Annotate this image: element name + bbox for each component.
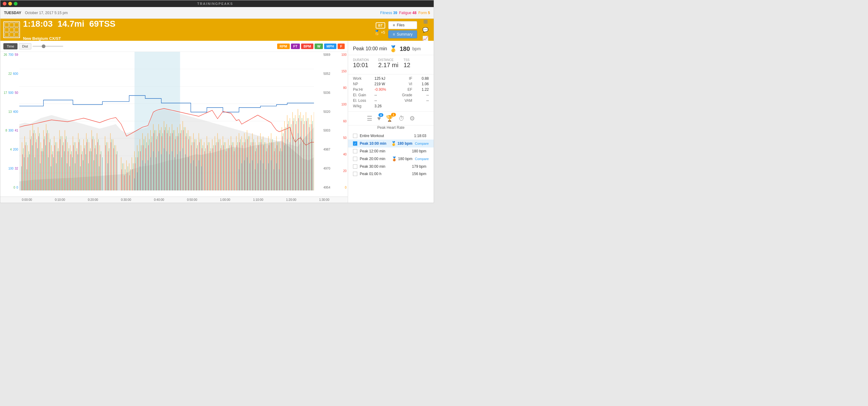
if-value: 0.88 <box>413 76 429 81</box>
vam-value: -- <box>413 98 429 103</box>
heart-icon-button[interactable]: ♥ 4 <box>377 115 381 122</box>
peak-item-value: 179 bpm <box>412 164 426 169</box>
activity-bar: 1:18:03 14.7mi 69TSS BT 🥇 ×5 New Belgium… <box>0 19 434 41</box>
vi-label: VI <box>400 82 412 86</box>
summary-button[interactable]: ≡ Summary <box>388 30 417 38</box>
peak-item-name: Entire Workout <box>360 134 414 138</box>
peak-title: Peak 10:00 min <box>353 46 387 52</box>
header: TUESDAY October 17, 2017 5:15 pm Fitness… <box>0 7 434 19</box>
peak-list-item[interactable]: Entire Workout 1:18:03 <box>348 132 434 139</box>
y-axis-left: 26 700 59 22 600 17 500 50 13 <box>0 52 19 191</box>
peak-medal-icon: 🥇 <box>390 45 397 53</box>
chart-legend: RPM FT BPM W MPH F <box>277 43 345 49</box>
legend-bpm[interactable]: BPM <box>301 43 313 49</box>
action-buttons: ≡ Files ≡ Summary <box>388 21 417 38</box>
files-button[interactable]: ≡ Files <box>388 21 417 29</box>
peak-list-item[interactable]: Peak 20:00 min 🥉 180 bpm Compare <box>348 155 434 163</box>
close-button[interactable] <box>3 2 6 5</box>
peak-list-item[interactable]: Peak 30:00 min 179 bpm <box>348 163 434 170</box>
work-label: Work <box>353 76 374 81</box>
legend-mph[interactable]: MPH <box>324 43 336 49</box>
pwhr-label: Pw:Hr <box>353 88 374 92</box>
trophy-icon-button[interactable]: 🏆 1 <box>386 115 394 122</box>
peak-item-medal-icon: 🥇 <box>391 141 396 146</box>
day-label: TUESDAY <box>4 11 21 15</box>
clock-icon-button[interactable]: ⏱ <box>398 115 405 122</box>
compare-button[interactable]: Compare <box>415 157 429 161</box>
wkg-value: 3.26 <box>374 104 429 108</box>
zoom-slider[interactable] <box>33 43 63 49</box>
list-icon: ☰ <box>367 115 372 122</box>
activity-name: New Belgium CX/ST <box>23 36 385 41</box>
settings-icon-button[interactable]: ⚙ <box>409 115 415 122</box>
peak-item-name: Peak 30:00 min <box>360 164 412 169</box>
peak-heart-rate-label: Peak Heart Rate <box>348 126 434 131</box>
title-bar: TRAININGPEAKS <box>0 0 434 7</box>
ef-value: 1.22 <box>413 88 429 92</box>
legend-rpm[interactable]: RPM <box>277 43 289 49</box>
action-icons-row: ☰ ♥ 4 🏆 1 ⏱ ⚙ <box>348 112 434 126</box>
peak-item-name: Peak 10:00 min <box>360 141 391 146</box>
app-window: TRAININGPEAKS TUESDAY October 17, 2017 5… <box>0 0 434 203</box>
peak-item-value: 180 bpm <box>412 149 426 153</box>
peak-header: Peak 10:00 min 🥇 180 bpm <box>348 41 434 55</box>
peak-list-item[interactable]: Peak 12:00 min 180 bpm <box>348 147 434 155</box>
legend-ft[interactable]: FT <box>291 43 300 49</box>
summary-icon: ≡ <box>393 32 395 36</box>
peak-metrics-grid: Duration 10:01 Distance 2.17 mi TSS 12 <box>348 55 434 74</box>
peak-checkbox[interactable] <box>353 149 357 153</box>
elgain-value: -- <box>374 93 400 97</box>
bar-chart-icon[interactable]: ▦ <box>422 18 429 25</box>
y-axis-bpm-right: 100 150 80 100 60 50 40 20 0 <box>331 52 348 191</box>
side-icons: ▦ 💬 📈 <box>420 16 431 43</box>
peak-list-item[interactable]: Peak 01:00 h 156 bpm <box>348 170 434 177</box>
fatigue-stat: Fatigue 48 <box>399 11 416 15</box>
peak-list-item[interactable]: ✓ Peak 10:00 min 🥇 180 bpm Compare <box>348 139 434 147</box>
list-icon-button[interactable]: ☰ <box>367 115 372 122</box>
np-label: NP <box>353 82 374 86</box>
peak-item-name: Peak 01:00 h <box>360 172 412 176</box>
comment-icon[interactable]: 💬 <box>422 26 429 33</box>
peak-item-name: Peak 20:00 min <box>360 157 392 161</box>
peak-bpm-value: 180 <box>400 45 410 53</box>
ef-label: EF <box>400 88 412 92</box>
right-panel: Peak 10:00 min 🥇 180 bpm Duration 10:01 … <box>348 41 434 203</box>
files-icon: ≡ <box>393 23 395 27</box>
time-button[interactable]: Time <box>3 43 18 49</box>
minimize-button[interactable] <box>8 2 12 5</box>
distance-metric: Distance 2.17 mi <box>378 58 403 69</box>
legend-w[interactable]: W <box>315 43 322 49</box>
activity-duration: 1:18:03 <box>23 19 53 29</box>
compare-button[interactable]: Compare <box>415 142 429 145</box>
peak-item-value: 180 bpm <box>398 141 412 146</box>
y-axis-altitude: 5069 5052 5036 5020 5003 4987 4970 4954 <box>315 52 331 191</box>
badge-medals: 🥇 ×5 <box>374 30 385 36</box>
settings-icon: ⚙ <box>409 115 415 122</box>
app-title: TRAININGPEAKS <box>197 2 233 5</box>
peak-bpm-unit: bpm <box>412 46 421 51</box>
tss-metric: TSS 12 <box>404 58 429 69</box>
peak-checkbox[interactable] <box>353 164 357 169</box>
if-label: IF <box>400 76 412 81</box>
peak-item-value: 1:18:03 <box>414 134 426 138</box>
peak-checkbox[interactable] <box>353 157 357 161</box>
peak-checkbox[interactable] <box>353 134 357 138</box>
vi-value: 1.06 <box>413 82 429 86</box>
clock-icon: ⏱ <box>398 115 405 122</box>
detail-grid: Work 125 kJ IF 0.88 NP 219 W VI 1.06 Pw:… <box>348 74 434 112</box>
timeline-labels: 0:00:00 0:10:00 0:20:00 0:30:00 0:40:00 … <box>22 198 329 201</box>
maximize-button[interactable] <box>14 2 18 5</box>
legend-f[interactable]: F <box>338 43 345 49</box>
np-value: 219 W <box>374 82 400 86</box>
peak-checkbox[interactable] <box>353 172 357 176</box>
wkg-label: W/kg <box>353 104 374 108</box>
peak-checkbox[interactable]: ✓ <box>353 141 357 146</box>
content-area: Time Dist RPM FT BPM W MPH F <box>0 41 434 203</box>
grade-value: -- <box>413 93 429 97</box>
dist-button[interactable]: Dist <box>19 43 31 49</box>
duration-metric: Duration 10:01 <box>353 58 378 69</box>
peak-item-name: Peak 12:00 min <box>360 149 412 153</box>
vam-label: VAM <box>400 98 412 103</box>
activity-distance: 14.7mi <box>58 19 84 29</box>
chart-svg <box>19 52 314 191</box>
